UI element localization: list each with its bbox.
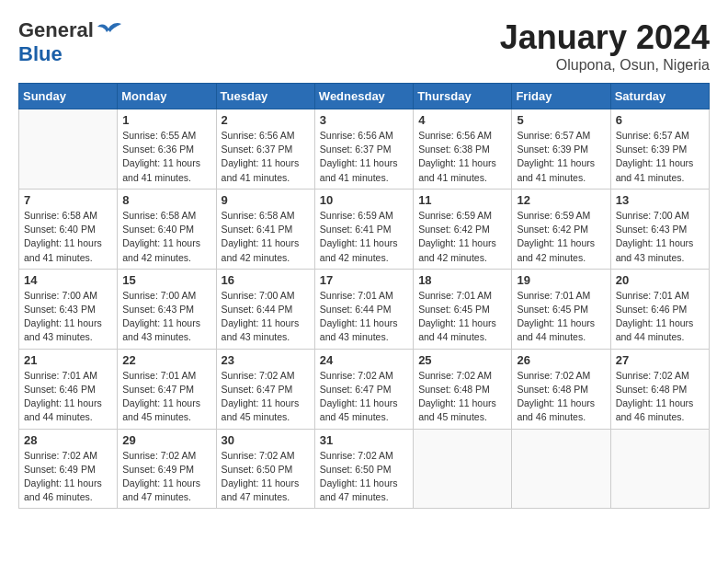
location: Olupona, Osun, Nigeria <box>500 57 710 74</box>
calendar-cell: 18Sunrise: 7:01 AM Sunset: 6:45 PM Dayli… <box>414 269 512 349</box>
day-number: 25 <box>418 353 506 367</box>
day-info: Sunrise: 7:02 AM Sunset: 6:49 PM Dayligh… <box>122 449 210 505</box>
day-info: Sunrise: 7:02 AM Sunset: 6:48 PM Dayligh… <box>616 369 704 425</box>
day-info: Sunrise: 7:01 AM Sunset: 6:46 PM Dayligh… <box>616 289 704 345</box>
day-number: 14 <box>24 273 112 287</box>
calendar-cell: 30Sunrise: 7:02 AM Sunset: 6:50 PM Dayli… <box>216 429 314 509</box>
day-info: Sunrise: 7:01 AM Sunset: 6:44 PM Dayligh… <box>320 289 408 345</box>
weekday-header-thursday: Thursday <box>414 84 512 109</box>
calendar-cell: 7Sunrise: 6:58 AM Sunset: 6:40 PM Daylig… <box>19 189 118 269</box>
calendar-cell: 14Sunrise: 7:00 AM Sunset: 6:43 PM Dayli… <box>19 269 118 349</box>
calendar-cell: 24Sunrise: 7:02 AM Sunset: 6:47 PM Dayli… <box>314 349 413 429</box>
day-number: 2 <box>222 113 310 127</box>
calendar-cell: 23Sunrise: 7:02 AM Sunset: 6:47 PM Dayli… <box>216 349 314 429</box>
day-number: 30 <box>222 433 310 447</box>
day-number: 10 <box>320 193 408 207</box>
logo-bird-icon <box>96 19 123 42</box>
calendar-cell: 9Sunrise: 6:58 AM Sunset: 6:41 PM Daylig… <box>216 189 314 269</box>
calendar-cell: 22Sunrise: 7:01 AM Sunset: 6:47 PM Dayli… <box>118 349 216 429</box>
day-number: 11 <box>418 193 506 207</box>
weekday-header-sunday: Sunday <box>19 84 118 109</box>
calendar-cell <box>610 429 709 509</box>
calendar-cell: 26Sunrise: 7:02 AM Sunset: 6:48 PM Dayli… <box>512 349 610 429</box>
calendar-cell: 19Sunrise: 7:01 AM Sunset: 6:45 PM Dayli… <box>512 269 610 349</box>
day-info: Sunrise: 7:00 AM Sunset: 6:43 PM Dayligh… <box>24 289 112 345</box>
weekday-header-row: SundayMondayTuesdayWednesdayThursdayFrid… <box>19 84 710 109</box>
day-info: Sunrise: 7:02 AM Sunset: 6:48 PM Dayligh… <box>517 369 605 425</box>
day-number: 20 <box>616 273 704 287</box>
day-info: Sunrise: 6:58 AM Sunset: 6:40 PM Dayligh… <box>122 209 210 265</box>
day-info: Sunrise: 6:55 AM Sunset: 6:36 PM Dayligh… <box>122 129 210 185</box>
weekday-header-monday: Monday <box>118 84 216 109</box>
calendar-cell: 11Sunrise: 6:59 AM Sunset: 6:42 PM Dayli… <box>414 189 512 269</box>
day-info: Sunrise: 6:56 AM Sunset: 6:37 PM Dayligh… <box>320 129 408 185</box>
day-info: Sunrise: 7:02 AM Sunset: 6:47 PM Dayligh… <box>222 369 310 425</box>
day-number: 6 <box>616 113 704 127</box>
weekday-header-wednesday: Wednesday <box>314 84 413 109</box>
calendar-week-row: 7Sunrise: 6:58 AM Sunset: 6:40 PM Daylig… <box>19 189 710 269</box>
day-number: 18 <box>418 273 506 287</box>
calendar-cell: 4Sunrise: 6:56 AM Sunset: 6:38 PM Daylig… <box>414 109 512 190</box>
day-number: 4 <box>418 113 506 127</box>
day-number: 28 <box>24 433 112 447</box>
day-number: 1 <box>122 113 210 127</box>
day-number: 29 <box>122 433 210 447</box>
calendar-cell: 1Sunrise: 6:55 AM Sunset: 6:36 PM Daylig… <box>118 109 216 190</box>
day-number: 7 <box>24 193 112 207</box>
calendar-cell: 28Sunrise: 7:02 AM Sunset: 6:49 PM Dayli… <box>19 429 118 509</box>
calendar-cell: 3Sunrise: 6:56 AM Sunset: 6:37 PM Daylig… <box>314 109 413 190</box>
weekday-header-saturday: Saturday <box>610 84 709 109</box>
calendar-cell: 8Sunrise: 6:58 AM Sunset: 6:40 PM Daylig… <box>118 189 216 269</box>
calendar-cell: 6Sunrise: 6:57 AM Sunset: 6:39 PM Daylig… <box>610 109 709 190</box>
month-title: January 2024 <box>500 18 710 57</box>
weekday-header-friday: Friday <box>512 84 610 109</box>
day-info: Sunrise: 6:59 AM Sunset: 6:42 PM Dayligh… <box>418 209 506 265</box>
day-number: 23 <box>222 353 310 367</box>
day-number: 8 <box>122 193 210 207</box>
logo-blue-text: Blue <box>18 42 63 66</box>
day-number: 5 <box>517 113 605 127</box>
day-info: Sunrise: 6:59 AM Sunset: 6:41 PM Dayligh… <box>320 209 408 265</box>
day-number: 15 <box>122 273 210 287</box>
logo-general-text: General <box>18 18 94 42</box>
calendar-cell: 13Sunrise: 7:00 AM Sunset: 6:43 PM Dayli… <box>610 189 709 269</box>
day-info: Sunrise: 7:01 AM Sunset: 6:47 PM Dayligh… <box>122 369 210 425</box>
day-info: Sunrise: 6:56 AM Sunset: 6:37 PM Dayligh… <box>222 129 310 185</box>
day-number: 13 <box>616 193 704 207</box>
calendar-cell: 25Sunrise: 7:02 AM Sunset: 6:48 PM Dayli… <box>414 349 512 429</box>
calendar-cell: 29Sunrise: 7:02 AM Sunset: 6:49 PM Dayli… <box>118 429 216 509</box>
day-info: Sunrise: 7:02 AM Sunset: 6:49 PM Dayligh… <box>24 449 112 505</box>
day-number: 19 <box>517 273 605 287</box>
calendar-table: SundayMondayTuesdayWednesdayThursdayFrid… <box>18 83 710 509</box>
calendar-week-row: 21Sunrise: 7:01 AM Sunset: 6:46 PM Dayli… <box>19 349 710 429</box>
day-number: 9 <box>222 193 310 207</box>
day-number: 12 <box>517 193 605 207</box>
calendar-cell: 31Sunrise: 7:02 AM Sunset: 6:50 PM Dayli… <box>314 429 413 509</box>
day-info: Sunrise: 6:57 AM Sunset: 6:39 PM Dayligh… <box>517 129 605 185</box>
day-number: 3 <box>320 113 408 127</box>
day-info: Sunrise: 7:00 AM Sunset: 6:43 PM Dayligh… <box>616 209 704 265</box>
day-info: Sunrise: 7:02 AM Sunset: 6:47 PM Dayligh… <box>320 369 408 425</box>
day-number: 17 <box>320 273 408 287</box>
calendar-cell <box>19 109 118 190</box>
calendar-cell: 2Sunrise: 6:56 AM Sunset: 6:37 PM Daylig… <box>216 109 314 190</box>
day-info: Sunrise: 7:01 AM Sunset: 6:45 PM Dayligh… <box>517 289 605 345</box>
day-info: Sunrise: 7:01 AM Sunset: 6:46 PM Dayligh… <box>24 369 112 425</box>
calendar-cell: 5Sunrise: 6:57 AM Sunset: 6:39 PM Daylig… <box>512 109 610 190</box>
logo: General Blue <box>18 18 123 66</box>
day-info: Sunrise: 6:58 AM Sunset: 6:41 PM Dayligh… <box>222 209 310 265</box>
title-block: January 2024 Olupona, Osun, Nigeria <box>500 18 710 74</box>
day-info: Sunrise: 7:02 AM Sunset: 6:50 PM Dayligh… <box>222 449 310 505</box>
calendar-cell: 12Sunrise: 6:59 AM Sunset: 6:42 PM Dayli… <box>512 189 610 269</box>
day-info: Sunrise: 7:02 AM Sunset: 6:50 PM Dayligh… <box>320 449 408 505</box>
day-info: Sunrise: 6:58 AM Sunset: 6:40 PM Dayligh… <box>24 209 112 265</box>
day-info: Sunrise: 6:59 AM Sunset: 6:42 PM Dayligh… <box>517 209 605 265</box>
calendar-cell: 15Sunrise: 7:00 AM Sunset: 6:43 PM Dayli… <box>118 269 216 349</box>
day-info: Sunrise: 6:57 AM Sunset: 6:39 PM Dayligh… <box>616 129 704 185</box>
calendar-cell <box>414 429 512 509</box>
day-number: 26 <box>517 353 605 367</box>
day-number: 24 <box>320 353 408 367</box>
day-info: Sunrise: 6:56 AM Sunset: 6:38 PM Dayligh… <box>418 129 506 185</box>
calendar-cell: 16Sunrise: 7:00 AM Sunset: 6:44 PM Dayli… <box>216 269 314 349</box>
calendar-cell: 27Sunrise: 7:02 AM Sunset: 6:48 PM Dayli… <box>610 349 709 429</box>
